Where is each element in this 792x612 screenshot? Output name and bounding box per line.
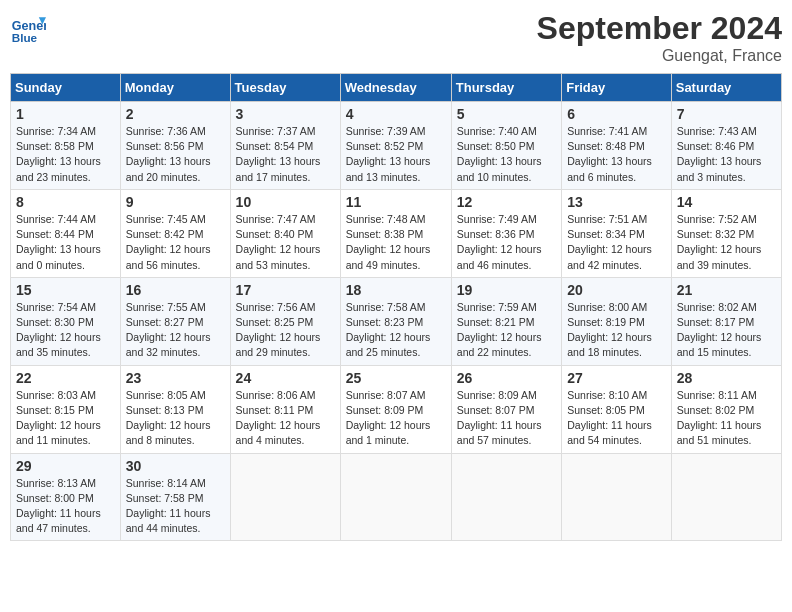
col-monday: Monday	[120, 74, 230, 102]
day-number: 19	[457, 282, 556, 298]
day-info: Sunrise: 7:36 AM Sunset: 8:56 PM Dayligh…	[126, 124, 225, 185]
table-row: 16 Sunrise: 7:55 AM Sunset: 8:27 PM Dayl…	[120, 277, 230, 365]
day-info: Sunrise: 8:06 AM Sunset: 8:11 PM Dayligh…	[236, 388, 335, 449]
day-number: 14	[677, 194, 776, 210]
day-info: Sunrise: 7:49 AM Sunset: 8:36 PM Dayligh…	[457, 212, 556, 273]
calendar-week-4: 22 Sunrise: 8:03 AM Sunset: 8:15 PM Dayl…	[11, 365, 782, 453]
day-info: Sunrise: 7:47 AM Sunset: 8:40 PM Dayligh…	[236, 212, 335, 273]
table-row: 27 Sunrise: 8:10 AM Sunset: 8:05 PM Dayl…	[562, 365, 672, 453]
day-number: 4	[346, 106, 446, 122]
table-row: 12 Sunrise: 7:49 AM Sunset: 8:36 PM Dayl…	[451, 189, 561, 277]
day-number: 25	[346, 370, 446, 386]
table-row: 22 Sunrise: 8:03 AM Sunset: 8:15 PM Dayl…	[11, 365, 121, 453]
table-row: 19 Sunrise: 7:59 AM Sunset: 8:21 PM Dayl…	[451, 277, 561, 365]
day-number: 8	[16, 194, 115, 210]
day-info: Sunrise: 8:10 AM Sunset: 8:05 PM Dayligh…	[567, 388, 666, 449]
day-number: 3	[236, 106, 335, 122]
calendar-week-1: 1 Sunrise: 7:34 AM Sunset: 8:58 PM Dayli…	[11, 102, 782, 190]
day-info: Sunrise: 8:00 AM Sunset: 8:19 PM Dayligh…	[567, 300, 666, 361]
day-number: 21	[677, 282, 776, 298]
table-row: 15 Sunrise: 7:54 AM Sunset: 8:30 PM Dayl…	[11, 277, 121, 365]
day-number: 9	[126, 194, 225, 210]
day-number: 17	[236, 282, 335, 298]
day-number: 10	[236, 194, 335, 210]
table-row: 24 Sunrise: 8:06 AM Sunset: 8:11 PM Dayl…	[230, 365, 340, 453]
day-number: 11	[346, 194, 446, 210]
day-info: Sunrise: 8:07 AM Sunset: 8:09 PM Dayligh…	[346, 388, 446, 449]
table-row: 29 Sunrise: 8:13 AM Sunset: 8:00 PM Dayl…	[11, 453, 121, 541]
table-row	[562, 453, 672, 541]
day-number: 30	[126, 458, 225, 474]
day-number: 29	[16, 458, 115, 474]
table-row: 10 Sunrise: 7:47 AM Sunset: 8:40 PM Dayl…	[230, 189, 340, 277]
table-row: 21 Sunrise: 8:02 AM Sunset: 8:17 PM Dayl…	[671, 277, 781, 365]
col-friday: Friday	[562, 74, 672, 102]
day-number: 23	[126, 370, 225, 386]
col-wednesday: Wednesday	[340, 74, 451, 102]
day-info: Sunrise: 7:55 AM Sunset: 8:27 PM Dayligh…	[126, 300, 225, 361]
day-number: 27	[567, 370, 666, 386]
table-row: 17 Sunrise: 7:56 AM Sunset: 8:25 PM Dayl…	[230, 277, 340, 365]
svg-text:Blue: Blue	[12, 31, 38, 44]
table-row: 1 Sunrise: 7:34 AM Sunset: 8:58 PM Dayli…	[11, 102, 121, 190]
day-number: 12	[457, 194, 556, 210]
table-row: 8 Sunrise: 7:44 AM Sunset: 8:44 PM Dayli…	[11, 189, 121, 277]
day-info: Sunrise: 8:05 AM Sunset: 8:13 PM Dayligh…	[126, 388, 225, 449]
day-info: Sunrise: 7:54 AM Sunset: 8:30 PM Dayligh…	[16, 300, 115, 361]
table-row: 25 Sunrise: 8:07 AM Sunset: 8:09 PM Dayl…	[340, 365, 451, 453]
table-row: 14 Sunrise: 7:52 AM Sunset: 8:32 PM Dayl…	[671, 189, 781, 277]
col-tuesday: Tuesday	[230, 74, 340, 102]
day-number: 13	[567, 194, 666, 210]
day-info: Sunrise: 7:45 AM Sunset: 8:42 PM Dayligh…	[126, 212, 225, 273]
col-thursday: Thursday	[451, 74, 561, 102]
calendar-header-row: Sunday Monday Tuesday Wednesday Thursday…	[11, 74, 782, 102]
table-row: 28 Sunrise: 8:11 AM Sunset: 8:02 PM Dayl…	[671, 365, 781, 453]
table-row: 7 Sunrise: 7:43 AM Sunset: 8:46 PM Dayli…	[671, 102, 781, 190]
day-number: 15	[16, 282, 115, 298]
day-info: Sunrise: 7:44 AM Sunset: 8:44 PM Dayligh…	[16, 212, 115, 273]
day-info: Sunrise: 7:56 AM Sunset: 8:25 PM Dayligh…	[236, 300, 335, 361]
table-row	[451, 453, 561, 541]
day-info: Sunrise: 8:11 AM Sunset: 8:02 PM Dayligh…	[677, 388, 776, 449]
calendar-subtitle: Guengat, France	[537, 47, 782, 65]
day-info: Sunrise: 8:02 AM Sunset: 8:17 PM Dayligh…	[677, 300, 776, 361]
day-number: 26	[457, 370, 556, 386]
day-number: 22	[16, 370, 115, 386]
table-row: 11 Sunrise: 7:48 AM Sunset: 8:38 PM Dayl…	[340, 189, 451, 277]
calendar-table: Sunday Monday Tuesday Wednesday Thursday…	[10, 73, 782, 541]
table-row: 18 Sunrise: 7:58 AM Sunset: 8:23 PM Dayl…	[340, 277, 451, 365]
day-number: 1	[16, 106, 115, 122]
day-number: 28	[677, 370, 776, 386]
day-info: Sunrise: 7:41 AM Sunset: 8:48 PM Dayligh…	[567, 124, 666, 185]
table-row: 26 Sunrise: 8:09 AM Sunset: 8:07 PM Dayl…	[451, 365, 561, 453]
calendar-week-2: 8 Sunrise: 7:44 AM Sunset: 8:44 PM Dayli…	[11, 189, 782, 277]
day-info: Sunrise: 8:14 AM Sunset: 7:58 PM Dayligh…	[126, 476, 225, 537]
day-info: Sunrise: 8:03 AM Sunset: 8:15 PM Dayligh…	[16, 388, 115, 449]
logo: General Blue	[10, 10, 46, 46]
table-row: 6 Sunrise: 7:41 AM Sunset: 8:48 PM Dayli…	[562, 102, 672, 190]
day-info: Sunrise: 8:09 AM Sunset: 8:07 PM Dayligh…	[457, 388, 556, 449]
day-info: Sunrise: 7:37 AM Sunset: 8:54 PM Dayligh…	[236, 124, 335, 185]
table-row: 5 Sunrise: 7:40 AM Sunset: 8:50 PM Dayli…	[451, 102, 561, 190]
day-info: Sunrise: 7:52 AM Sunset: 8:32 PM Dayligh…	[677, 212, 776, 273]
day-info: Sunrise: 7:43 AM Sunset: 8:46 PM Dayligh…	[677, 124, 776, 185]
calendar-week-3: 15 Sunrise: 7:54 AM Sunset: 8:30 PM Dayl…	[11, 277, 782, 365]
day-info: Sunrise: 7:48 AM Sunset: 8:38 PM Dayligh…	[346, 212, 446, 273]
day-number: 5	[457, 106, 556, 122]
table-row: 23 Sunrise: 8:05 AM Sunset: 8:13 PM Dayl…	[120, 365, 230, 453]
day-number: 24	[236, 370, 335, 386]
calendar-title: September 2024	[537, 10, 782, 47]
table-row: 30 Sunrise: 8:14 AM Sunset: 7:58 PM Dayl…	[120, 453, 230, 541]
day-info: Sunrise: 8:13 AM Sunset: 8:00 PM Dayligh…	[16, 476, 115, 537]
title-block: September 2024 Guengat, France	[537, 10, 782, 65]
day-number: 20	[567, 282, 666, 298]
page-header: General Blue September 2024 Guengat, Fra…	[10, 10, 782, 65]
table-row	[340, 453, 451, 541]
day-info: Sunrise: 7:40 AM Sunset: 8:50 PM Dayligh…	[457, 124, 556, 185]
col-saturday: Saturday	[671, 74, 781, 102]
day-number: 16	[126, 282, 225, 298]
day-number: 18	[346, 282, 446, 298]
table-row: 20 Sunrise: 8:00 AM Sunset: 8:19 PM Dayl…	[562, 277, 672, 365]
day-info: Sunrise: 7:58 AM Sunset: 8:23 PM Dayligh…	[346, 300, 446, 361]
table-row: 4 Sunrise: 7:39 AM Sunset: 8:52 PM Dayli…	[340, 102, 451, 190]
